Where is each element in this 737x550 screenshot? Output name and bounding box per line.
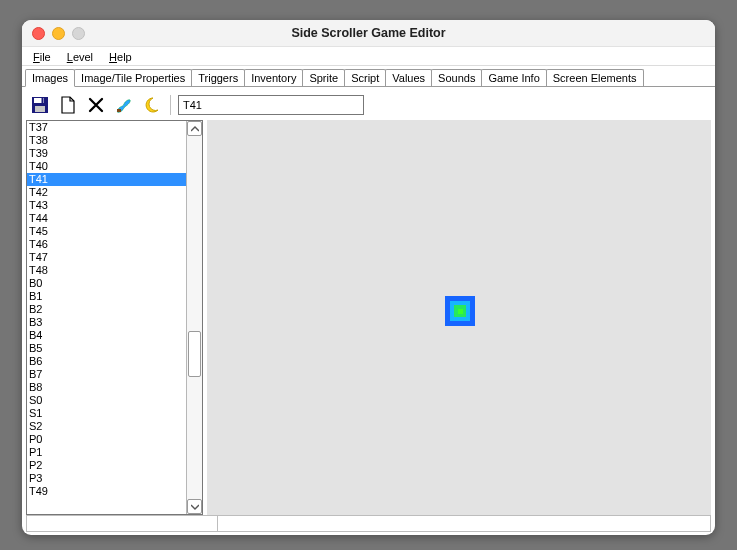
toolbar-separator (170, 95, 171, 115)
image-listbox-viewport[interactable]: T37T38T39T40T41T42T43T44T45T46T47T48B0B1… (27, 121, 186, 514)
list-item[interactable]: T44 (27, 212, 186, 225)
statusbar (26, 515, 711, 532)
tab-images[interactable]: Images (25, 69, 75, 87)
list-item[interactable]: S0 (27, 394, 186, 407)
list-item[interactable]: B7 (27, 368, 186, 381)
tile-preview-layer (454, 305, 466, 317)
list-item[interactable]: B4 (27, 329, 186, 342)
new-button[interactable] (57, 94, 79, 116)
delete-icon (87, 96, 105, 114)
list-item[interactable]: B6 (27, 355, 186, 368)
brush-button[interactable] (113, 94, 135, 116)
close-window-button[interactable] (32, 27, 45, 40)
list-item[interactable]: T40 (27, 160, 186, 173)
tab-inventory[interactable]: Inventory (244, 69, 303, 86)
tile-preview-layer (450, 301, 470, 321)
tab-values[interactable]: Values (385, 69, 432, 86)
tabbar: Images Image/Tile Properties Triggers In… (22, 66, 715, 87)
app-window: Side Scroller Game Editor File Level Hel… (22, 20, 715, 535)
moon-icon (143, 96, 161, 114)
list-item[interactable]: S2 (27, 420, 186, 433)
save-icon (31, 96, 49, 114)
statusbar-cell-1 (27, 516, 218, 531)
tile-preview (445, 296, 475, 326)
window-title: Side Scroller Game Editor (22, 26, 715, 40)
list-item[interactable]: T43 (27, 199, 186, 212)
list-item[interactable]: P2 (27, 459, 186, 472)
window-controls (32, 27, 85, 40)
menu-file[interactable]: File (26, 50, 58, 64)
menu-level[interactable]: Level (60, 50, 100, 64)
list-item[interactable]: T49 (27, 485, 186, 498)
list-item[interactable]: T45 (27, 225, 186, 238)
scroll-up-button[interactable] (187, 121, 202, 136)
list-item[interactable]: T47 (27, 251, 186, 264)
moon-button[interactable] (141, 94, 163, 116)
listbox-scrollbar[interactable] (186, 121, 202, 514)
list-item[interactable]: B2 (27, 303, 186, 316)
image-listbox[interactable]: T37T38T39T40T41T42T43T44T45T46T47T48B0B1… (26, 120, 203, 515)
brush-icon (115, 96, 133, 114)
svg-rect-4 (117, 109, 121, 112)
save-button[interactable] (29, 94, 51, 116)
titlebar: Side Scroller Game Editor (22, 20, 715, 47)
list-item[interactable]: S1 (27, 407, 186, 420)
list-item[interactable]: T42 (27, 186, 186, 199)
list-item[interactable]: T38 (27, 134, 186, 147)
scroll-down-button[interactable] (187, 499, 202, 514)
svg-rect-2 (35, 106, 45, 112)
list-item[interactable]: T48 (27, 264, 186, 277)
menubar: File Level Help (22, 47, 715, 66)
new-icon (59, 96, 77, 114)
tab-sprite[interactable]: Sprite (302, 69, 345, 86)
preview-canvas[interactable] (207, 120, 711, 525)
list-item[interactable]: B0 (27, 277, 186, 290)
minimize-window-button[interactable] (52, 27, 65, 40)
tile-preview-layer (458, 309, 463, 314)
tab-triggers[interactable]: Triggers (191, 69, 245, 86)
tab-game-info[interactable]: Game Info (481, 69, 546, 86)
svg-rect-3 (42, 98, 44, 103)
delete-button[interactable] (85, 94, 107, 116)
list-item[interactable]: B8 (27, 381, 186, 394)
menu-help[interactable]: Help (102, 50, 139, 64)
scrollbar-thumb[interactable] (188, 331, 201, 377)
tab-sounds[interactable]: Sounds (431, 69, 482, 86)
list-item[interactable]: T41 (27, 173, 186, 186)
content-area: T37T38T39T40T41T42T43T44T45T46T47T48B0B1… (26, 120, 711, 525)
zoom-window-button[interactable] (72, 27, 85, 40)
tile-name-input[interactable] (178, 95, 364, 115)
list-item[interactable]: P0 (27, 433, 186, 446)
list-item[interactable]: T37 (27, 121, 186, 134)
list-item[interactable]: P3 (27, 472, 186, 485)
chevron-up-icon (191, 126, 199, 132)
list-item[interactable]: B3 (27, 316, 186, 329)
statusbar-cell-2 (218, 516, 710, 531)
tab-screen-elements[interactable]: Screen Elements (546, 69, 644, 86)
chevron-down-icon (191, 504, 199, 510)
tab-image-tile-properties[interactable]: Image/Tile Properties (74, 69, 192, 86)
tab-script[interactable]: Script (344, 69, 386, 86)
list-item[interactable]: B5 (27, 342, 186, 355)
list-item[interactable]: P1 (27, 446, 186, 459)
toolbar (22, 87, 715, 119)
list-item[interactable]: T46 (27, 238, 186, 251)
list-item[interactable]: B1 (27, 290, 186, 303)
list-item[interactable]: T39 (27, 147, 186, 160)
